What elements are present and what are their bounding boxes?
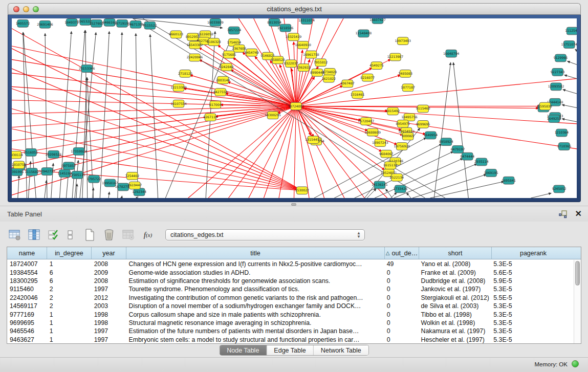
network-node[interactable]: 17359924	[71, 147, 87, 155]
network-node[interactable]: 18107554	[170, 100, 187, 107]
network-node[interactable]: 7619447	[127, 182, 142, 189]
table-row[interactable]: 1456911722003Disruption of a novel membe…	[7, 302, 574, 310]
network-node[interactable]: 8186328	[207, 38, 221, 46]
network-node[interactable]: 20153346	[79, 65, 95, 73]
network-node[interactable]: 12505135	[69, 171, 85, 179]
network-node[interactable]: 12213389	[170, 84, 187, 92]
column-header-title[interactable]: title	[126, 247, 385, 259]
column-header-in_degree[interactable]: in_degree	[47, 247, 92, 259]
network-node[interactable]: 1849371	[64, 18, 79, 26]
network-node[interactable]: 1810759	[12, 161, 26, 169]
network-node[interactable]: 7955812	[314, 59, 328, 67]
table-row[interactable]: 911546021997Tourette syndrome. Phenomeno…	[7, 285, 574, 293]
network-node[interactable]: 2935114	[474, 158, 489, 166]
network-node[interactable]: 8322037	[284, 60, 298, 68]
table-row[interactable]: 969969511998Structural magnetic resonanc…	[7, 319, 574, 327]
network-node[interactable]: 8267110	[203, 114, 217, 121]
network-node[interactable]: 7515522	[143, 21, 157, 29]
delete-table-icon[interactable]	[120, 227, 137, 243]
network-node[interactable]: 14136141	[372, 181, 388, 189]
float-panel-icon[interactable]	[558, 210, 568, 219]
table-row[interactable]: 1830029562008Estimation of significance …	[7, 277, 574, 285]
network-node[interactable]: 8454749	[245, 49, 259, 56]
network-node[interactable]: 1362615	[296, 64, 311, 72]
function-builder-icon[interactable]: f(x)	[140, 227, 156, 243]
table-row[interactable]: 946554611997Estimation of the future num…	[7, 327, 574, 335]
network-node[interactable]: 16033809	[207, 18, 224, 26]
network-node[interactable]: 18907243	[372, 139, 388, 147]
network-node[interactable]: 7254402	[125, 172, 140, 180]
network-node[interactable]: 15751074	[561, 41, 577, 49]
network-node[interactable]: 9975857	[61, 162, 76, 170]
network-canvas[interactable]: 1405572206914061849371106532871527602646…	[12, 18, 577, 198]
network-node[interactable]: 1595838	[538, 102, 552, 110]
column-header-short[interactable]: short	[419, 247, 492, 259]
network-node[interactable]: 16640910	[295, 41, 311, 49]
network-node[interactable]: 7857224	[227, 27, 242, 34]
network-node[interactable]: 8427552	[213, 89, 228, 96]
network-node[interactable]: 9474444	[460, 152, 474, 160]
network-node[interactable]: 9115460	[416, 105, 430, 113]
table-row[interactable]: 1872400712008Changes of HCN gene express…	[7, 260, 574, 268]
network-node[interactable]: 8958924	[439, 138, 453, 146]
network-node[interactable]: 11548408	[356, 30, 372, 37]
close-panel-icon[interactable]: ✕	[575, 209, 582, 218]
network-node[interactable]: 20691406	[37, 20, 53, 28]
network-node[interactable]: 1115682	[25, 168, 39, 176]
network-node[interactable]: 12213987	[387, 53, 404, 61]
network-node[interactable]: 9227343	[551, 69, 565, 76]
show-columns-icon[interactable]	[26, 227, 42, 243]
network-node[interactable]: 18724007	[288, 102, 304, 110]
network-node[interactable]: 1588520	[271, 56, 285, 64]
network-node[interactable]: 6479197	[451, 146, 465, 154]
network-node[interactable]: 2718120	[178, 70, 192, 77]
network-node[interactable]: 1815492	[386, 107, 400, 115]
network-node[interactable]: 16961758	[303, 51, 319, 58]
network-node[interactable]: 10973493	[395, 37, 411, 45]
network-node[interactable]: 16543382	[187, 41, 203, 49]
table-row[interactable]: 977716911998Corpus callosum shape and si…	[7, 310, 574, 318]
table-row[interactable]: 2242004622012Investigating the contribut…	[7, 294, 574, 302]
network-node[interactable]: 1316461	[351, 91, 365, 99]
network-node[interactable]: 15720407	[358, 118, 375, 125]
network-window-titlebar[interactable]: citations_edges.txt	[8, 3, 581, 15]
network-node[interactable]: 14671355	[127, 20, 144, 28]
network-node[interactable]: 817004	[209, 101, 222, 108]
network-node[interactable]: 9245052	[552, 185, 567, 193]
network-node[interactable]: 1067487	[340, 80, 355, 87]
network-node[interactable]: 1877187	[401, 84, 415, 92]
network-node[interactable]: 12942737	[39, 168, 55, 176]
network-node[interactable]: 9391991	[12, 168, 24, 176]
scrollbar-thumb[interactable]	[575, 261, 580, 286]
network-node[interactable]: 1621022	[322, 75, 336, 82]
network-node[interactable]: 8954975	[396, 120, 410, 128]
network-node[interactable]: 9699695	[416, 121, 430, 128]
column-header-pagerank[interactable]: pagerank	[492, 247, 575, 259]
network-node[interactable]: 22420046	[187, 54, 203, 61]
network-node[interactable]: 1733426	[393, 185, 407, 193]
network-node[interactable]: 1530027	[295, 187, 309, 194]
network-node[interactable]: 8660123	[169, 31, 183, 38]
network-node[interactable]: 19218506	[277, 24, 294, 32]
network-node[interactable]: 16648794	[443, 50, 460, 57]
network-node[interactable]: 1069195	[484, 169, 498, 177]
network-node[interactable]: 1615132	[383, 162, 398, 169]
network-node[interactable]: 1640954	[424, 132, 438, 139]
network-node[interactable]: 16607427	[369, 18, 386, 24]
table-vertical-scrollbar[interactable]	[574, 260, 581, 343]
network-node[interactable]: 2803144	[216, 76, 230, 84]
network-node[interactable]: 8990448	[310, 69, 324, 77]
network-node[interactable]: 1695841	[502, 177, 516, 184]
delete-column-icon[interactable]	[101, 227, 117, 243]
column-header-out_de[interactable]: △out_de…	[385, 247, 419, 259]
select-all-rows-icon[interactable]	[46, 227, 62, 243]
network-node[interactable]: 19756928	[394, 143, 410, 150]
network-node[interactable]: 18300295	[265, 112, 281, 119]
network-node[interactable]: 9684067	[379, 150, 394, 158]
network-node[interactable]: 8216077	[360, 74, 375, 81]
network-node[interactable]: 9175685	[222, 51, 236, 58]
column-header-name[interactable]: name	[7, 247, 47, 259]
network-node[interactable]: 1405572	[16, 19, 30, 27]
table-row[interactable]: 946362711997Embryonic stem cells: a mode…	[7, 336, 574, 343]
network-node[interactable]: 4549275	[369, 62, 384, 70]
